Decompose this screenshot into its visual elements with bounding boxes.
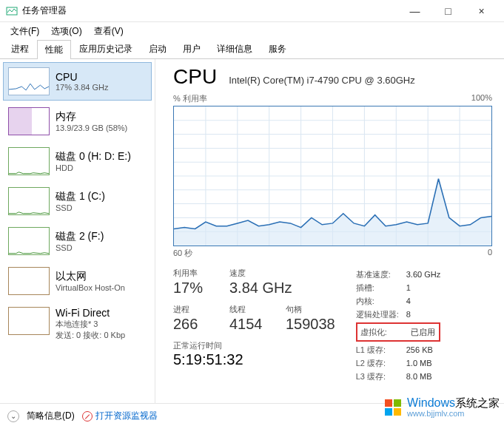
- detail-value: 1.0 MB: [406, 356, 432, 370]
- detail-row: 内核:4: [356, 294, 440, 308]
- menu-file[interactable]: 文件(F): [4, 24, 45, 39]
- detail-row: 插槽:1: [356, 281, 440, 294]
- detail-key: 插槽:: [356, 281, 406, 294]
- svg-rect-20: [394, 399, 401, 407]
- fewer-details-link[interactable]: 简略信息(D): [27, 410, 75, 422]
- tab-1[interactable]: 性能: [37, 40, 71, 59]
- detail-row: 逻辑处理器:8: [356, 308, 440, 321]
- sidebar-item-6[interactable]: Wi-Fi Direct本地连接* 3发送: 0 接收: 0 Kbp: [3, 302, 152, 346]
- sidebar-thumb: [8, 307, 50, 335]
- stat-label: 线程: [229, 304, 272, 315]
- detail-value: 8: [406, 308, 411, 321]
- sidebar-item-5[interactable]: 以太网VirtualBox Host-On: [3, 262, 152, 300]
- sidebar-item-title: 内存: [56, 110, 127, 123]
- sidebar-item-sub: SSD: [56, 243, 104, 252]
- menu-options[interactable]: 选项(O): [45, 24, 87, 39]
- sidebar-item-title: 磁盘 1 (C:): [56, 190, 105, 203]
- sidebar-item-sub: 13.9/23.9 GB (58%): [56, 123, 127, 132]
- tab-0[interactable]: 进程: [3, 39, 37, 58]
- stat-value: 159038: [286, 316, 335, 333]
- detail-value: 已启用: [411, 325, 435, 339]
- detail-key: L3 缓存:: [356, 370, 406, 383]
- stat-value: 17%: [173, 280, 216, 297]
- sidebar-item-sub2: 发送: 0 接收: 0 Kbp: [56, 330, 125, 341]
- page-title: CPU: [173, 65, 217, 89]
- stat-block: 利用率17%: [173, 268, 216, 297]
- resmon-icon: [82, 411, 93, 422]
- stat-label: 利用率: [173, 268, 216, 279]
- sidebar-item-2[interactable]: 磁盘 0 (H: D: E:)HDD: [3, 142, 152, 180]
- collapse-icon[interactable]: ⌄: [7, 410, 19, 422]
- sidebar-thumb: [8, 267, 50, 295]
- sidebar-thumb: [8, 67, 50, 95]
- svg-rect-19: [385, 399, 392, 407]
- detail-row: L2 缓存:1.0 MB: [356, 356, 440, 370]
- tab-6[interactable]: 服务: [261, 39, 295, 58]
- detail-value: 256 KB: [406, 343, 433, 356]
- sidebar-item-sub: HDD: [56, 163, 131, 172]
- sidebar-item-1[interactable]: 内存13.9/23.9 GB (58%): [3, 102, 152, 141]
- minimize-button[interactable]: —: [398, 0, 431, 22]
- detail-value: 4: [406, 294, 411, 308]
- detail-key: 基准速度:: [356, 268, 406, 281]
- detail-row: L3 缓存:8.0 MB: [356, 370, 440, 383]
- detail-grid: 基准速度:3.60 GHz插槽:1内核:4逻辑处理器:8虚拟化:已启用L1 缓存…: [356, 268, 440, 383]
- menu-view[interactable]: 查看(V): [88, 24, 130, 39]
- sidebar-item-title: 磁盘 2 (F:): [56, 230, 104, 243]
- sidebar-item-title: Wi-Fi Direct: [56, 307, 125, 319]
- detail-key: 虚拟化:: [360, 325, 411, 339]
- detail-key: L1 缓存:: [356, 343, 406, 356]
- titlebar: 任务管理器 — □ ×: [0, 0, 504, 22]
- stat-block: 进程266: [173, 304, 216, 333]
- stat-block: 速度3.84 GHz: [229, 268, 292, 297]
- sidebar-item-sub: 17% 3.84 GHz: [56, 83, 109, 92]
- cpu-utilization-chart: [173, 106, 492, 246]
- detail-value: 8.0 MB: [406, 370, 432, 383]
- tab-2[interactable]: 应用历史记录: [71, 39, 141, 58]
- chart-ylabel: % 利用率: [173, 93, 207, 104]
- sidebar: CPU17% 3.84 GHz内存13.9/23.9 GB (58%)磁盘 0 …: [0, 59, 155, 403]
- open-resmon-link[interactable]: 打开资源监视器: [82, 410, 158, 422]
- sidebar-item-title: 以太网: [56, 270, 125, 283]
- detail-row: 虚拟化:已启用: [356, 322, 440, 342]
- menubar: 文件(F) 选项(O) 查看(V): [0, 22, 504, 40]
- maximize-button[interactable]: □: [431, 0, 465, 22]
- svg-rect-21: [385, 408, 392, 416]
- sidebar-item-sub: 本地连接* 3: [56, 319, 125, 330]
- sidebar-item-title: 磁盘 0 (H: D: E:): [56, 150, 131, 163]
- uptime-value: 5:19:51:32: [173, 351, 335, 368]
- sidebar-thumb: [8, 227, 50, 255]
- main-panel: CPU Intel(R) Core(TM) i7-4790 CPU @ 3.60…: [155, 59, 504, 403]
- stat-value: 3.84 GHz: [229, 280, 292, 297]
- app-icon: [6, 5, 18, 17]
- detail-row: L1 缓存:256 KB: [356, 343, 440, 356]
- sidebar-item-sub: SSD: [56, 203, 105, 212]
- stat-block: 句柄159038: [286, 304, 335, 333]
- detail-key: 逻辑处理器:: [356, 308, 406, 321]
- tab-strip: 进程性能应用历史记录启动用户详细信息服务: [0, 40, 504, 59]
- uptime-label: 正常运行时间: [173, 340, 335, 351]
- sidebar-item-3[interactable]: 磁盘 1 (C:)SSD: [3, 182, 152, 220]
- tab-4[interactable]: 用户: [175, 39, 209, 58]
- chart-xmin: 60 秒: [173, 248, 192, 259]
- sidebar-item-sub: VirtualBox Host-On: [56, 283, 125, 292]
- sidebar-thumb: [8, 187, 50, 215]
- watermark: Windows系统之家 www.bjjmlv.com: [383, 396, 500, 418]
- sidebar-item-title: CPU: [56, 71, 109, 83]
- tab-3[interactable]: 启动: [141, 39, 175, 58]
- stat-value: 4154: [229, 316, 272, 333]
- close-button[interactable]: ×: [465, 0, 498, 22]
- chart-xmax: 0: [488, 248, 492, 259]
- sidebar-thumb: [8, 147, 50, 175]
- detail-key: L2 缓存:: [356, 356, 406, 370]
- tab-5[interactable]: 详细信息: [209, 39, 261, 58]
- window-title: 任务管理器: [22, 4, 398, 17]
- stat-block: 线程4154: [229, 304, 272, 333]
- detail-key: 内核:: [356, 294, 406, 308]
- stat-value: 266: [173, 316, 216, 333]
- sidebar-item-0[interactable]: CPU17% 3.84 GHz: [3, 62, 152, 101]
- detail-value: 3.60 GHz: [406, 268, 440, 281]
- svg-rect-22: [394, 408, 401, 416]
- cpu-model: Intel(R) Core(TM) i7-4790 CPU @ 3.60GHz: [229, 75, 415, 86]
- sidebar-item-4[interactable]: 磁盘 2 (F:)SSD: [3, 222, 152, 260]
